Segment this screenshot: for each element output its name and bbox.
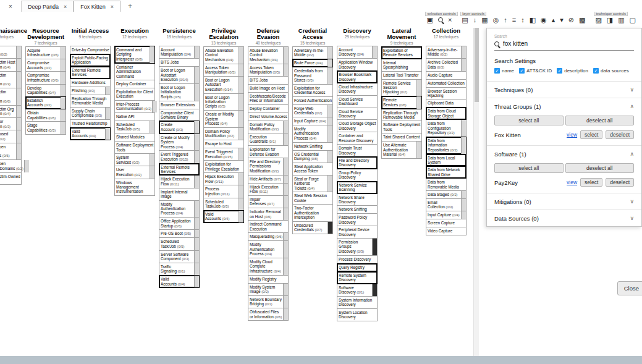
search-setting-att-ck-id[interactable]: ✓ATT&CK ID: [519, 68, 552, 74]
background-color-icon[interactable]: ◨: [607, 17, 613, 23]
technique-cell[interactable]: Network Share Discovery: [337, 193, 378, 206]
search-input[interactable]: [503, 40, 614, 47]
section-software[interactable]: Software (1) ∧: [487, 145, 641, 162]
tab-deep-panda[interactable]: Deep Panda ×: [21, 1, 74, 12]
subtechnique-bar[interactable]: [416, 80, 421, 96]
technique-cell[interactable]: Drive-by Compromise: [70, 46, 111, 54]
close-icon[interactable]: ×: [0, 3, 21, 12]
technique-cell[interactable]: Brute Force (0/4): [292, 59, 333, 67]
technique-cell[interactable]: Data from Configuration Repository (0/2): [426, 119, 467, 137]
subtechnique-bar[interactable]: [239, 94, 243, 111]
section-data-sources[interactable]: Data Sources (0) ∨: [487, 210, 641, 226]
chevron-down-icon[interactable]: ∨: [630, 87, 634, 93]
technique-cell[interactable]: Direct Volume Access: [248, 112, 289, 121]
subtechnique-bar[interactable]: [150, 46, 154, 63]
technique-cell[interactable]: System Location Discovery: [337, 308, 378, 321]
subtechnique-bar[interactable]: [372, 284, 377, 296]
view-link[interactable]: view: [567, 132, 577, 138]
technique-cell[interactable]: Forge Web Credentials (0/2): [292, 104, 333, 117]
technique-cell[interactable]: Automated Collection: [426, 79, 467, 88]
select-button[interactable]: select: [580, 178, 602, 187]
technique-cell[interactable]: Modify Authentication Process (0/4): [159, 200, 200, 218]
subtechnique-bar[interactable]: [327, 47, 332, 59]
technique-cell[interactable]: Command and Scripting Interpreter (0/8): [114, 46, 155, 64]
subtechnique-bar[interactable]: [327, 125, 332, 142]
chevron-up-icon[interactable]: ∧: [630, 151, 634, 157]
technique-cell[interactable]: Modify Authentication Process (0/4): [248, 240, 289, 258]
technique-cell[interactable]: Process Injection (0/11): [203, 185, 244, 198]
technique-cell[interactable]: External Remote Services: [70, 66, 111, 79]
subtechnique-bar[interactable]: [283, 158, 288, 175]
technique-cell[interactable]: Access Token Manipulation (0/5): [203, 64, 244, 77]
subtechnique-bar[interactable]: [239, 128, 243, 140]
technique-cell[interactable]: Screen Capture: [426, 219, 467, 227]
technique-cell[interactable]: Access Token Manipulation (0/5): [248, 64, 289, 77]
subtechnique-bar[interactable]: [61, 122, 65, 133]
technique-cell[interactable]: Scheduled Task/Job (0/5): [203, 198, 244, 211]
subtechnique-bar[interactable]: [461, 59, 466, 70]
subtechnique-bar[interactable]: [283, 296, 288, 308]
technique-cell[interactable]: Abuse Elevation Control Mechanism (0/4): [203, 46, 244, 64]
subtechnique-bar[interactable]: [150, 166, 154, 178]
technique-cell[interactable]: Phishing for Information (0/3): [0, 117, 22, 130]
technique-cell[interactable]: Group Policy Discovery: [337, 169, 378, 182]
technique-cell[interactable]: Search Open Websites/Domains (0/2): [0, 159, 22, 172]
subtechnique-bar[interactable]: [16, 118, 21, 130]
subtechnique-bar[interactable]: [327, 176, 332, 192]
subtechnique-bar[interactable]: [194, 263, 199, 275]
technique-cell[interactable]: Network Sniffing: [337, 205, 378, 214]
technique-cell[interactable]: Domain Policy Modification (0/2): [248, 121, 289, 133]
new-tab-button[interactable]: +: [120, 2, 140, 12]
technique-cell[interactable]: Query Registry: [337, 263, 378, 272]
technique-cell[interactable]: Software Discovery (0/1): [337, 284, 378, 297]
technique-cell[interactable]: Exploit Public-Facing Application: [70, 54, 111, 67]
subtechnique-bar[interactable]: [194, 230, 199, 237]
subtechnique-bar[interactable]: [283, 258, 288, 275]
technique-cell[interactable]: Credentials from Password Stores (0/5): [292, 67, 333, 85]
subtechnique-bar[interactable]: [327, 67, 332, 84]
subtechnique-bar[interactable]: [283, 133, 288, 145]
technique-cell[interactable]: Data from Network Shared Drive: [426, 166, 467, 179]
technique-cell[interactable]: Browser Extensions: [159, 101, 200, 109]
technique-cell[interactable]: Create or Modify System Process (0/4): [203, 110, 244, 128]
subtechnique-bar[interactable]: [194, 151, 199, 163]
technique-cell[interactable]: Develop Capabilities (0/4): [25, 84, 66, 97]
deselect-icon[interactable]: ×: [448, 17, 452, 23]
technique-cell[interactable]: Cloud Storage Object Discovery: [337, 119, 378, 132]
subtechnique-bar[interactable]: [16, 46, 21, 58]
subtechnique-bar[interactable]: [416, 96, 421, 108]
subtechnique-bar[interactable]: [327, 59, 332, 67]
vertical-scrollbar[interactable]: [473, 28, 479, 356]
technique-cell[interactable]: Unsecured Credentials (0/7): [292, 221, 333, 234]
technique-cell[interactable]: Gather Victim Org Information (0/4): [0, 105, 22, 118]
technique-cell[interactable]: Process Discovery: [337, 255, 378, 264]
subtechnique-bar[interactable]: [416, 142, 421, 158]
tab-fox-kitten[interactable]: Fox Kitten ×: [74, 1, 120, 12]
subtechnique-bar[interactable]: [150, 154, 154, 166]
subtechnique-bar[interactable]: [24, 160, 29, 172]
subtechnique-bar[interactable]: [327, 151, 332, 163]
technique-cell[interactable]: Phishing (0/3): [70, 87, 111, 95]
technique-cell[interactable]: Modify System Image (0/2): [248, 283, 289, 296]
checkbox-checked-icon[interactable]: ✓: [557, 68, 562, 74]
subtechnique-bar[interactable]: [61, 109, 65, 121]
subtechnique-bar[interactable]: [372, 46, 377, 58]
technique-cell[interactable]: BITS Jobs: [159, 58, 200, 67]
technique-cell[interactable]: Inter-Process Communication (0/2): [114, 100, 155, 113]
subtechnique-bar[interactable]: [61, 85, 65, 96]
subtechnique-bar[interactable]: [461, 199, 466, 211]
download-layer-icon[interactable]: ↓: [473, 17, 477, 23]
technique-cell[interactable]: Internal Spearphishing: [381, 59, 422, 72]
technique-cell[interactable]: Exploitation for Defense Evasion: [248, 145, 289, 158]
technique-cell[interactable]: Email Collection (0/3): [426, 198, 467, 211]
technique-cell[interactable]: Input Capture (0/4): [426, 211, 467, 219]
technique-cell[interactable]: Data from Cloud Storage Object: [426, 107, 467, 120]
technique-cell[interactable]: Search Closed Sources (0/2): [0, 130, 22, 143]
subtechnique-bar[interactable]: [327, 105, 332, 117]
technique-cell[interactable]: Valid Accounts (0/4): [203, 210, 244, 223]
chevron-down-icon[interactable]: ∨: [630, 198, 634, 205]
technique-cell[interactable]: Network Service Scanning: [337, 181, 378, 194]
technique-cell[interactable]: Obfuscated Files or Information (0/6): [248, 308, 289, 321]
technique-cell[interactable]: Acquire Infrastructure (0/6): [25, 46, 66, 59]
select-all-button[interactable]: select all: [494, 163, 564, 173]
